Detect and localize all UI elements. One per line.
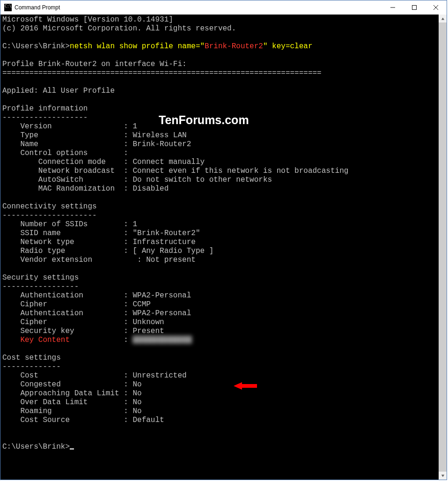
key-content-row: Key Content : ████████████ <box>2 336 192 344</box>
scroll-down-button[interactable] <box>439 472 447 480</box>
command-prompt-window: Command Prompt Microsoft Windows [Versio… <box>0 0 447 480</box>
kv-row: Network type : Infrastructure <box>2 238 196 246</box>
kv-row: Connection mode : Connect manually <box>2 158 205 166</box>
kv-row: Cipher : CCMP <box>2 300 151 309</box>
watermark: TenForums.com <box>159 116 249 125</box>
section-rule: ----------------- <box>2 282 79 291</box>
section-rule: ------------- <box>2 363 61 371</box>
kv-row: Control options : <box>2 149 128 157</box>
kv-row: Over Data Limit : No <box>2 398 142 407</box>
red-arrow-icon <box>234 381 257 391</box>
kv-row: Cost : Unrestricted <box>2 371 187 380</box>
section-title: Connectivity settings <box>2 202 97 211</box>
kv-row: Name : Brink-Router2 <box>2 140 191 148</box>
section-title: Security settings <box>2 274 79 282</box>
cursor <box>70 448 74 450</box>
kv-row: Radio type : [ Any Radio Type ] <box>2 247 213 255</box>
kv-row: MAC Randomization : Disabled <box>2 185 169 193</box>
svg-marker-1 <box>234 382 257 390</box>
kv-row: SSID name : "Brink-Router2" <box>2 229 200 237</box>
titlebar[interactable]: Command Prompt <box>0 0 447 15</box>
kv-row: Cipher : Unknown <box>2 318 164 326</box>
key-content-masked: ████████████ <box>132 336 192 345</box>
kv-row: Authentication : WPA2-Personal <box>2 309 191 318</box>
kv-row: Type : Wireless LAN <box>2 131 187 140</box>
window-title: Command Prompt <box>15 4 60 11</box>
kv-row: AutoSwitch : Do not switch to other netw… <box>2 176 272 184</box>
scroll-up-button[interactable] <box>439 15 447 22</box>
vertical-scrollbar[interactable] <box>439 15 447 480</box>
svg-rect-0 <box>412 6 417 10</box>
kv-row: Security key : Present <box>2 327 164 335</box>
minimize-button[interactable] <box>382 0 404 15</box>
kv-row: Authentication : WPA2-Personal <box>2 291 191 300</box>
close-button[interactable] <box>425 0 447 15</box>
svg-marker-3 <box>441 474 444 477</box>
kv-row: Roaming : No <box>2 407 142 415</box>
os-version-line: Microsoft Windows [Version 10.0.14931] <box>2 15 173 24</box>
client-area: Microsoft Windows [Version 10.0.14931] (… <box>0 15 447 480</box>
terminal-output[interactable]: Microsoft Windows [Version 10.0.14931] (… <box>0 15 439 480</box>
section-rule: --------------------- <box>2 211 97 220</box>
maximize-button[interactable] <box>404 0 425 15</box>
kv-row: Vendor extension : Not present <box>2 256 196 264</box>
profile-header-rule: ========================================… <box>2 69 322 77</box>
profile-header: Profile Brink-Router2 on interface Wi-Fi… <box>2 60 187 68</box>
kv-row: Number of SSIDs : 1 <box>2 220 137 229</box>
prompt-path: C:\Users\Brink> <box>2 443 70 451</box>
kv-row: Cost Source : Default <box>2 416 164 424</box>
kv-row: Congested : No <box>2 380 142 389</box>
kv-row: Network broadcast : Connect even if this… <box>2 167 348 175</box>
applied-line: Applied: All User Profile <box>2 87 115 95</box>
section-title: Cost settings <box>2 354 61 362</box>
command-text-pre: netsh wlan show profile name=" <box>70 42 205 51</box>
command-profile-name: Brink-Router2 <box>205 42 263 51</box>
section-title: Profile information <box>2 104 88 113</box>
svg-marker-2 <box>441 17 444 20</box>
kv-row: Version : 1 <box>2 122 137 131</box>
prompt-path: C:\Users\Brink> <box>2 42 70 51</box>
scrollbar-thumb[interactable] <box>439 22 447 472</box>
cmd-icon <box>4 4 12 11</box>
command-text-post: " key=clear <box>263 42 313 51</box>
section-rule: ------------------- <box>2 113 88 122</box>
copyright-line: (c) 2016 Microsoft Corporation. All righ… <box>2 24 236 33</box>
kv-row: Approaching Data Limit : No <box>2 389 142 398</box>
